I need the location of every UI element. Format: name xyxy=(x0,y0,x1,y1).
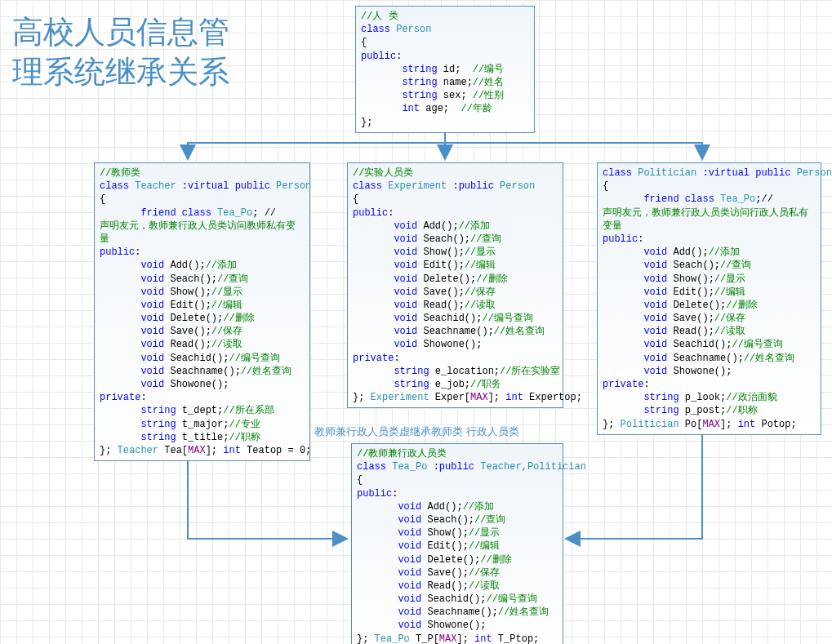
class-experiment: //实验人员类 class Experiment :public Person … xyxy=(347,162,563,408)
class-teapo: //教师兼行政人员类 class Tea_Po :public Teacher,… xyxy=(351,443,563,644)
inheritance-note: 教师兼行政人员类虚继承教师类 行政人员类 xyxy=(314,424,519,439)
title-line-1: 高校人员信息管 xyxy=(12,15,229,49)
class-teacher: //教师类 class Teacher :virtual public Pers… xyxy=(94,162,310,461)
class-politician: class Politician :virtual public Person … xyxy=(597,162,821,435)
diagram-title: 高校人员信息管 理系统继承关系 xyxy=(12,12,229,93)
title-line-2: 理系统继承关系 xyxy=(12,55,229,89)
class-person: //人 类 class Person { public: string id; … xyxy=(355,6,535,133)
